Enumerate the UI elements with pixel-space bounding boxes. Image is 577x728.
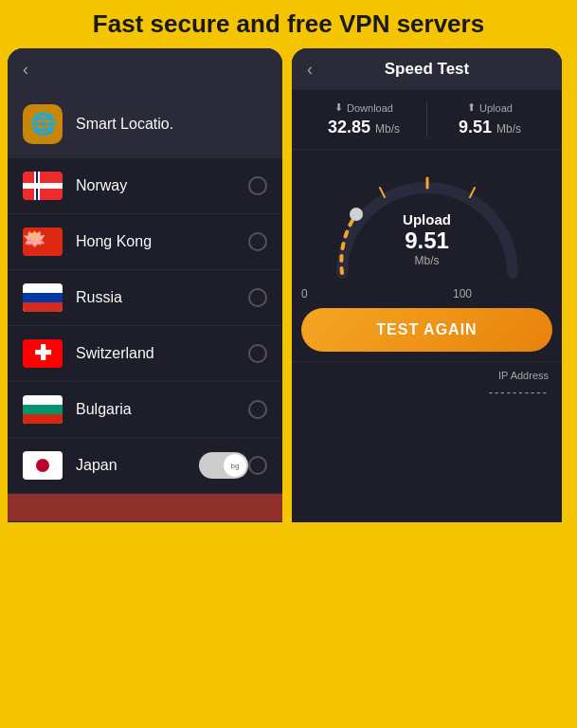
vpn-toggle[interactable]: bg [199, 452, 248, 479]
server-list: 🌐 Smart Locatio. Norway 🪷 Hong Kong [8, 91, 282, 522]
server-item-norway[interactable]: Norway [8, 158, 282, 214]
radio-russia[interactable] [248, 288, 267, 307]
ip-label: IP Address [305, 370, 549, 381]
test-again-button[interactable]: TEST AGAIN [301, 308, 552, 352]
upload-icon: ⬆ [467, 101, 476, 114]
download-stats: ⬇ Download 32.85 Mb/s [301, 101, 426, 137]
server-name-russia: Russia [76, 289, 248, 306]
radio-japan[interactable] [248, 456, 267, 475]
ip-section: IP Address ---------- [292, 361, 562, 407]
back-button-left[interactable]: ‹ [23, 60, 28, 80]
upload-value: 9.51 Mb/s [427, 118, 552, 137]
flag-hongkong: 🪷 [23, 228, 63, 256]
svg-point-0 [350, 208, 363, 221]
flag-japan [23, 451, 63, 480]
radio-hongkong[interactable] [248, 232, 267, 251]
server-item-switzerland[interactable]: ✚ Switzerland [8, 326, 282, 382]
flag-switzerland: ✚ [23, 339, 63, 368]
download-label: ⬇ Download [301, 101, 426, 114]
server-item-hongkong[interactable]: 🪷 Hong Kong [8, 214, 282, 270]
upload-stats: ⬆ Upload 9.51 Mb/s [426, 101, 552, 137]
server-item-smart[interactable]: 🌐 Smart Locatio. [8, 91, 282, 158]
gauge-unit: Mb/s [403, 254, 451, 267]
flag-bulgaria [23, 395, 63, 424]
radio-switzerland[interactable] [248, 344, 267, 363]
radio-norway[interactable] [248, 176, 267, 195]
back-button-right[interactable]: ‹ [307, 60, 313, 80]
server-name-hongkong: Hong Kong [76, 233, 248, 250]
flag-norway [23, 172, 63, 200]
server-name-switzerland: Switzerland [76, 345, 248, 362]
right-panel-header: ‹ Speed Test [292, 48, 562, 90]
flag-russia [23, 283, 63, 312]
server-name-bulgaria: Bulgaria [76, 401, 248, 418]
download-value: 32.85 Mb/s [301, 118, 426, 137]
server-name-smart: Smart Locatio. [76, 116, 267, 133]
server-list-panel: ‹ 🌐 Smart Locatio. Norway [8, 48, 282, 522]
page-title: Fast secure and free VPN servers [0, 0, 577, 44]
upload-label: ⬆ Upload [427, 101, 552, 114]
speed-stats-row: ⬇ Download 32.85 Mb/s ⬆ Upload 9.51 Mb/s [292, 90, 562, 150]
server-item-russia[interactable]: Russia [8, 270, 282, 326]
radio-bulgaria[interactable] [248, 400, 267, 419]
server-item-bulgaria[interactable]: Bulgaria [8, 382, 282, 438]
speed-test-panel: ‹ Speed Test ⬇ Download 32.85 Mb/s ⬆ Upl… [292, 48, 562, 522]
speed-gauge: Upload 9.51 Mb/s [292, 150, 562, 297]
server-item-extra[interactable] [8, 494, 282, 522]
gauge-mode: Upload [403, 211, 451, 228]
smart-location-icon: 🌐 [23, 104, 63, 144]
server-item-japan[interactable]: Japan bg [8, 438, 282, 494]
download-icon: ⬇ [334, 101, 343, 114]
toggle-knob: bg [224, 454, 246, 477]
gauge-value: 9.51 [403, 228, 451, 254]
server-name-norway: Norway [76, 177, 248, 194]
ip-value: ---------- [305, 385, 549, 399]
gauge-center: Upload 9.51 Mb/s [403, 211, 451, 267]
server-name-japan: Japan [76, 457, 199, 474]
speed-test-title: Speed Test [385, 60, 469, 79]
left-panel-header: ‹ [8, 48, 282, 91]
